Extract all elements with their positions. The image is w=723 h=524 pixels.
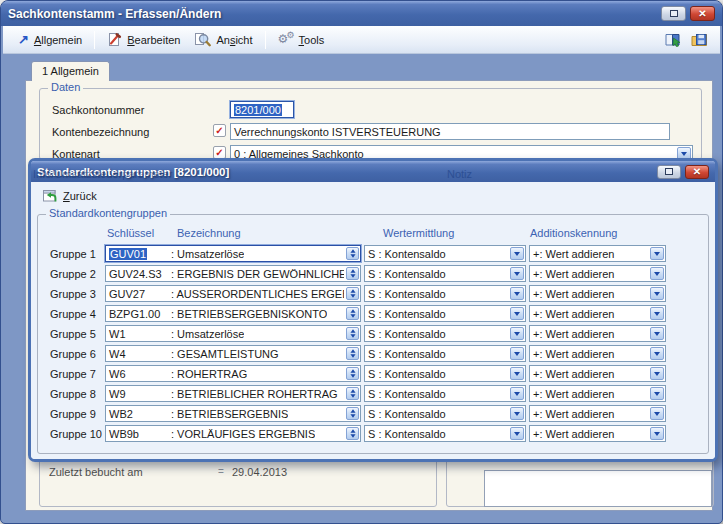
- spinner-button[interactable]: [346, 367, 359, 380]
- additionskennung-value: +: Wert addieren: [533, 348, 614, 360]
- schluessel-description: : BETRIEBLICHER ROHERTRAG: [171, 388, 338, 400]
- wertermittlung-select[interactable]: S : Kontensaldo: [364, 405, 526, 422]
- spinner-button[interactable]: [346, 407, 359, 420]
- schluessel-input[interactable]: GUV24.S3 : ERGEBNIS DER GEWÖHNLICHEN GES: [105, 265, 361, 282]
- kontenbezeichnung-input[interactable]: Verrechnungskonto ISTVERSTEUERUNG: [230, 123, 670, 140]
- additionskennung-select[interactable]: +: Wert addieren: [529, 425, 666, 442]
- additionskennung-value: +: Wert addieren: [533, 368, 614, 380]
- dropdown-arrow-icon[interactable]: [650, 247, 664, 260]
- additionskennung-select[interactable]: +: Wert addieren: [529, 285, 666, 302]
- wertermittlung-select[interactable]: S : Kontensaldo: [364, 365, 526, 382]
- wertermittlung-select[interactable]: S : Kontensaldo: [364, 425, 526, 442]
- additionskennung-select[interactable]: +: Wert addieren: [529, 385, 666, 402]
- group-row-label: Gruppe 6: [50, 348, 96, 360]
- notiz-input[interactable]: [484, 470, 712, 507]
- spinner-button[interactable]: [346, 347, 359, 360]
- dropdown-arrow-icon[interactable]: [510, 327, 524, 340]
- additionskennung-select[interactable]: +: Wert addieren: [529, 365, 666, 382]
- main-titlebar[interactable]: Sachkontenstamm - Erfassen/Ändern ✕: [1, 1, 722, 26]
- dropdown-arrow-icon[interactable]: [510, 307, 524, 320]
- wertermittlung-select[interactable]: S : Kontensaldo: [364, 285, 526, 302]
- additionskennung-select[interactable]: +: Wert addieren: [529, 245, 666, 262]
- info-umsatzsteuer-group-label: Info/Umsatzsteuerparameter: [33, 168, 172, 180]
- spinner-button[interactable]: [346, 327, 359, 340]
- spinner-button[interactable]: [346, 267, 359, 280]
- additionskennung-value: +: Wert addieren: [533, 248, 614, 260]
- dropdown-arrow-icon[interactable]: [650, 327, 664, 340]
- menu-allgemein[interactable]: ↗ Allgemein: [11, 30, 89, 49]
- additionskennung-select[interactable]: +: Wert addieren: [529, 305, 666, 322]
- spinner-button[interactable]: [346, 287, 359, 300]
- dropdown-arrow-icon[interactable]: [650, 427, 664, 440]
- wertermittlung-value: S : Kontensaldo: [368, 288, 446, 300]
- schluessel-description: : ERGEBNIS DER GEWÖHNLICHEN GES: [171, 268, 344, 280]
- dropdown-arrow-icon[interactable]: [510, 407, 524, 420]
- spinner-button[interactable]: [346, 387, 359, 400]
- schluessel-description: : Umsatzerlöse: [171, 328, 244, 340]
- gears-icon: ⚙⚙: [278, 32, 294, 47]
- schluessel-input[interactable]: BZPG1.00 : BETRIEBSERGEBNISKONTO: [105, 305, 361, 322]
- additionskennung-select[interactable]: +: Wert addieren: [529, 405, 666, 422]
- dropdown-arrow-icon[interactable]: [510, 287, 524, 300]
- dropdown-arrow-icon[interactable]: [510, 247, 524, 260]
- sachkontonummer-input[interactable]: 8201/000: [230, 101, 294, 118]
- wertermittlung-select[interactable]: S : Kontensaldo: [364, 345, 526, 362]
- additionskennung-select[interactable]: +: Wert addieren: [529, 345, 666, 362]
- dropdown-arrow-icon[interactable]: [650, 367, 664, 380]
- sachkontonummer-label: Sachkontonummer: [52, 104, 144, 116]
- wertermittlung-select[interactable]: S : Kontensaldo: [364, 325, 526, 342]
- schluessel-input[interactable]: W1 : Umsatzerlöse: [105, 325, 361, 342]
- schluessel-input[interactable]: WB9b : VORLÄUFIGES ERGEBNIS: [105, 425, 361, 442]
- schluessel-description: : Umsatzerlöse: [171, 248, 244, 260]
- dropdown-arrow-icon[interactable]: [650, 287, 664, 300]
- schluessel-input[interactable]: W6 : ROHERTRAG: [105, 365, 361, 382]
- schluessel-input[interactable]: W4 : GESAMTLEISTUNG: [105, 345, 361, 362]
- dialog-maximize-button[interactable]: [657, 165, 681, 179]
- close-button[interactable]: ✕: [690, 6, 715, 21]
- menu-ansicht[interactable]: Ansicht: [187, 29, 259, 50]
- close-icon: ✕: [698, 8, 706, 19]
- schluessel-key: W4: [109, 348, 171, 360]
- schluessel-key: GUV27: [109, 288, 171, 300]
- menu-tools[interactable]: ⚙⚙ Tools: [271, 29, 332, 50]
- dropdown-arrow-icon[interactable]: [510, 387, 524, 400]
- maximize-button[interactable]: [661, 6, 686, 21]
- dropdown-arrow-icon[interactable]: [510, 367, 524, 380]
- wertermittlung-select[interactable]: S : Kontensaldo: [364, 245, 526, 262]
- group-row-label: Gruppe 8: [50, 388, 96, 400]
- column-additionskennung: Additionskennung: [530, 227, 617, 239]
- spinner-button[interactable]: [346, 247, 359, 260]
- wertermittlung-select[interactable]: S : Kontensaldo: [364, 265, 526, 282]
- standardkontengruppen-groupbox: Standardkontengruppen Schlüssel Bezeichn…: [37, 214, 709, 454]
- dropdown-arrow-icon[interactable]: [650, 347, 664, 360]
- dropdown-arrow-icon[interactable]: [650, 387, 664, 400]
- zurueck-button[interactable]: Zurück: [39, 187, 103, 205]
- spinner-button[interactable]: [346, 307, 359, 320]
- dropdown-arrow-icon[interactable]: [510, 427, 524, 440]
- dropdown-arrow-icon[interactable]: [650, 407, 664, 420]
- book-export-icon[interactable]: [664, 32, 682, 47]
- tab-allgemein[interactable]: 1 Allgemein: [31, 61, 110, 81]
- group-row-label: Gruppe 2: [50, 268, 96, 280]
- save-icon[interactable]: [691, 32, 708, 47]
- menu-bearbeiten[interactable]: Bearbeiten: [100, 29, 187, 50]
- group-row: Gruppe 7 W6 : ROHERTRAG S : Kontensaldo …: [38, 365, 708, 385]
- schluessel-input[interactable]: WB2 : BETRIEBSERGEBNIS: [105, 405, 361, 422]
- additionskennung-select[interactable]: +: Wert addieren: [529, 325, 666, 342]
- dialog-close-button[interactable]: ✕: [685, 165, 709, 179]
- sachkontonummer-value: 8201/000: [234, 104, 282, 116]
- dropdown-arrow-icon[interactable]: [650, 307, 664, 320]
- schluessel-input[interactable]: GUV27 : AUSSERORDENTLICHES ERGEBNIS: [105, 285, 361, 302]
- wertermittlung-select[interactable]: S : Kontensaldo: [364, 305, 526, 322]
- spinner-button[interactable]: [346, 427, 359, 440]
- wertermittlung-select[interactable]: S : Kontensaldo: [364, 385, 526, 402]
- rows-host: Gruppe 1 GUV01 : Umsatzerlöse S : Konten…: [38, 245, 708, 445]
- dropdown-arrow-icon[interactable]: [650, 267, 664, 280]
- dropdown-arrow-icon[interactable]: [510, 267, 524, 280]
- dropdown-arrow-icon[interactable]: [510, 347, 524, 360]
- schluessel-key: GUV24.S3: [109, 268, 171, 280]
- column-wertermittlung: Wertermittlung: [383, 227, 454, 239]
- schluessel-input[interactable]: GUV01 : Umsatzerlöse: [105, 245, 361, 262]
- schluessel-input[interactable]: W9 : BETRIEBLICHER ROHERTRAG: [105, 385, 361, 402]
- additionskennung-select[interactable]: +: Wert addieren: [529, 265, 666, 282]
